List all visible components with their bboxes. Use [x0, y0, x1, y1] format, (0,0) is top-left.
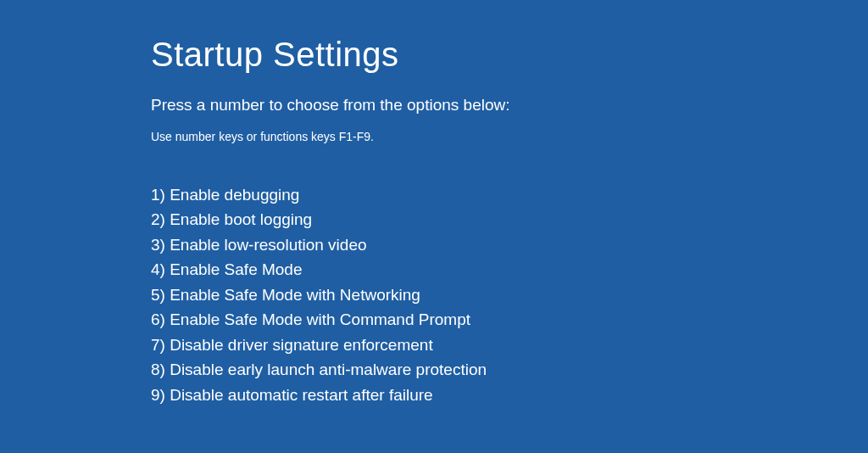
- startup-options-list: 1) Enable debugging 2) Enable boot loggi…: [151, 182, 868, 407]
- option-disable-early-launch-anti-malware[interactable]: 8) Disable early launch anti-malware pro…: [151, 357, 868, 382]
- startup-settings-screen: Startup Settings Press a number to choos…: [0, 0, 868, 407]
- option-enable-low-resolution-video[interactable]: 3) Enable low-resolution video: [151, 232, 868, 257]
- option-enable-debugging[interactable]: 1) Enable debugging: [151, 182, 868, 207]
- option-enable-safe-mode-networking[interactable]: 5) Enable Safe Mode with Networking: [151, 282, 868, 307]
- option-enable-boot-logging[interactable]: 2) Enable boot logging: [151, 207, 868, 232]
- option-enable-safe-mode-command-prompt[interactable]: 6) Enable Safe Mode with Command Prompt: [151, 307, 868, 332]
- option-disable-automatic-restart[interactable]: 9) Disable automatic restart after failu…: [151, 383, 868, 407]
- subinstruction-text: Use number keys or functions keys F1-F9.: [151, 130, 868, 143]
- option-enable-safe-mode[interactable]: 4) Enable Safe Mode: [151, 257, 868, 282]
- instruction-text: Press a number to choose from the option…: [151, 96, 868, 115]
- page-title: Startup Settings: [151, 36, 868, 74]
- option-disable-driver-signature-enforcement[interactable]: 7) Disable driver signature enforcement: [151, 333, 868, 357]
